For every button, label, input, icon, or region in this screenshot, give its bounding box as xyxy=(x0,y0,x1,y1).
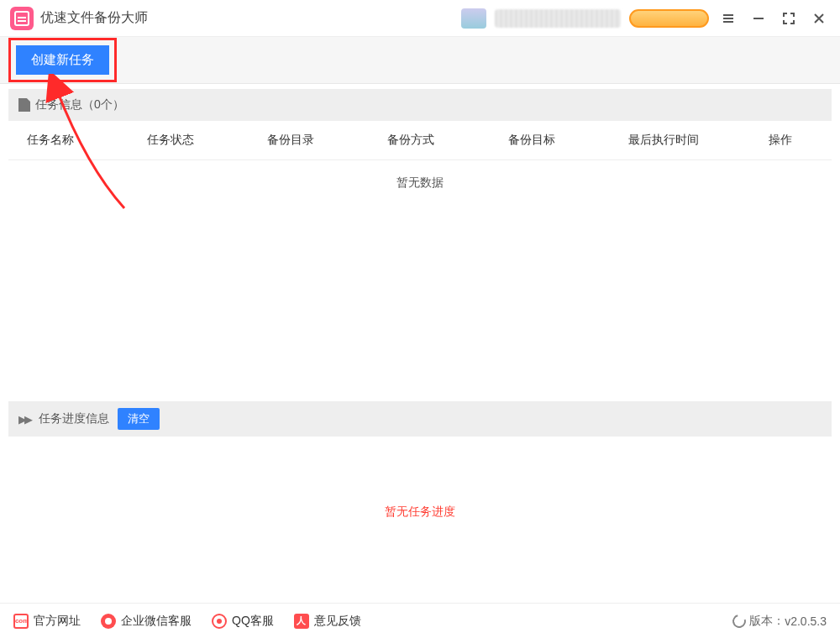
task-progress-panel: ▶▶ 任务进度信息 清空 暂无任务进度 xyxy=(8,401,832,588)
create-task-button[interactable]: 创建新任务 xyxy=(16,45,109,75)
app-logo-icon xyxy=(10,7,34,30)
title-bar-right xyxy=(461,8,830,29)
footer-wechat-label: 企业微信客服 xyxy=(121,614,192,629)
feedback-icon: 人 xyxy=(294,614,309,629)
qq-icon xyxy=(212,614,227,629)
col-backup-dest: 备份目标 xyxy=(490,133,610,148)
task-progress-empty: 暂无任务进度 xyxy=(385,505,455,520)
wechat-icon xyxy=(101,614,116,629)
task-info-header-text: 任务信息（0个） xyxy=(35,97,124,112)
title-bar: 优速文件备份大师 xyxy=(0,0,840,37)
task-table-header: 任务名称 任务状态 备份目录 备份方式 备份目标 最后执行时间 操作 xyxy=(8,121,832,160)
site-icon: .com xyxy=(13,614,29,629)
footer-qq-support[interactable]: QQ客服 xyxy=(212,614,274,629)
task-info-panel: 任务信息（0个） 任务名称 任务状态 备份目录 备份方式 备份目标 最后执行时间… xyxy=(8,89,832,396)
refresh-icon[interactable] xyxy=(730,612,748,630)
footer-version: 版本： v2.0.5.3 xyxy=(732,614,827,629)
task-info-header: 任务信息（0个） xyxy=(8,89,832,121)
task-progress-header-text: 任务进度信息 xyxy=(39,411,109,426)
footer-site-label: 官方网址 xyxy=(34,614,81,629)
footer-feedback-label: 意见反馈 xyxy=(314,614,361,629)
file-icon xyxy=(18,98,30,112)
close-button[interactable] xyxy=(808,8,830,29)
task-table-empty: 暂无数据 xyxy=(8,160,832,199)
clear-progress-button[interactable]: 清空 xyxy=(118,408,160,430)
footer-wechat-support[interactable]: 企业微信客服 xyxy=(101,614,192,629)
obscured-text-chip xyxy=(495,9,621,28)
footer-official-site[interactable]: .com 官方网址 xyxy=(13,614,81,629)
menu-button[interactable] xyxy=(717,8,739,29)
task-progress-header: ▶▶ 任务进度信息 清空 xyxy=(8,401,832,437)
version-value: v2.0.5.3 xyxy=(785,614,827,628)
toolbar: 创建新任务 xyxy=(0,37,840,84)
upgrade-pill-button[interactable] xyxy=(629,9,709,28)
task-progress-body: 暂无任务进度 xyxy=(8,437,832,588)
version-label: 版本： xyxy=(749,614,785,629)
annotation-highlight-box: 创建新任务 xyxy=(8,38,117,82)
footer: .com 官方网址 企业微信客服 QQ客服 人 意见反馈 版本： v2.0.5.… xyxy=(0,603,840,638)
partner-logo-icon xyxy=(461,8,486,29)
col-backup-dir: 备份目录 xyxy=(249,133,369,148)
col-actions: 操作 xyxy=(730,133,832,148)
fullscreen-button[interactable] xyxy=(778,8,800,29)
col-last-run: 最后执行时间 xyxy=(610,133,730,148)
hamburger-icon xyxy=(722,13,734,24)
task-table-body xyxy=(8,199,832,396)
footer-feedback[interactable]: 人 意见反馈 xyxy=(294,614,361,629)
app-title: 优速文件备份大师 xyxy=(40,9,148,27)
col-task-name: 任务名称 xyxy=(8,133,129,148)
close-icon xyxy=(813,13,825,24)
col-task-status: 任务状态 xyxy=(129,133,249,148)
footer-qq-label: QQ客服 xyxy=(232,614,274,629)
col-backup-mode: 备份方式 xyxy=(369,133,489,148)
fast-forward-icon: ▶▶ xyxy=(18,413,30,426)
minimize-icon xyxy=(753,13,764,24)
minimize-button[interactable] xyxy=(748,8,769,29)
fullscreen-icon xyxy=(783,13,795,24)
